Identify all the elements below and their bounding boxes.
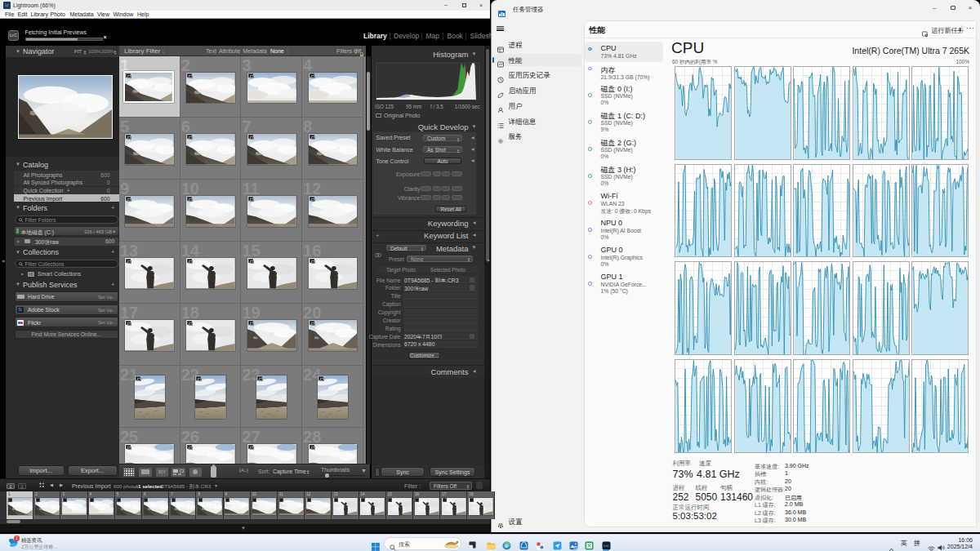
svg-text:LrC: LrC	[604, 544, 609, 548]
